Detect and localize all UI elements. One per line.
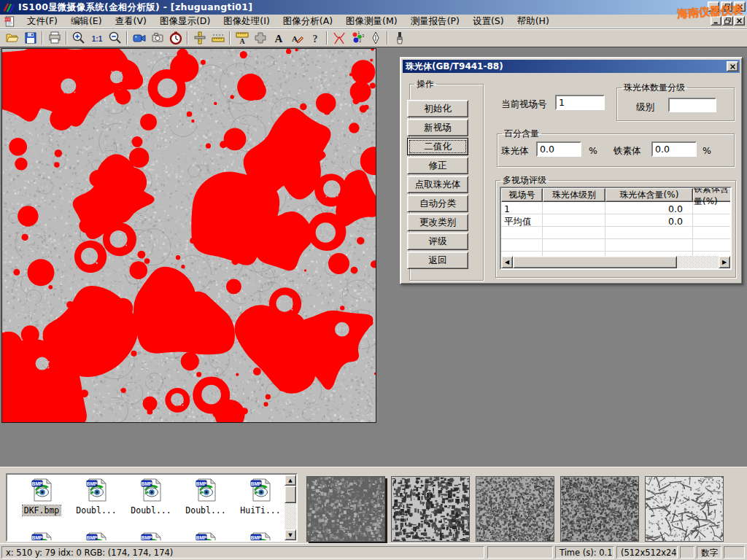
status-bar: x: 510 y: 79 idx: 0 RGB: (174, 174, 174)…: [0, 543, 747, 560]
file-name[interactable]: Doubl...: [184, 505, 227, 516]
file-item[interactable]: BMPDoubl...: [179, 478, 233, 516]
new-field-button[interactable]: 新视场: [407, 119, 468, 136]
file-item-partial[interactable]: BMP: [124, 532, 178, 542]
horizontal-scrollbar[interactable]: ◀ ▶: [501, 256, 730, 268]
col-header-ferrite[interactable]: 铁素体含量(%): [693, 188, 732, 202]
file-item[interactable]: BMPHuiTi...: [233, 478, 287, 516]
timer-button[interactable]: [166, 30, 185, 46]
scroll-left-button[interactable]: ◀: [501, 256, 513, 268]
file-list[interactable]: BMPDKF.bmpBMPDoubl...BMPDoubl...BMPDoubl…: [6, 473, 298, 542]
empty-status-panel: [487, 546, 553, 559]
file-item[interactable]: BMPDoubl...: [124, 478, 178, 516]
change-class-button[interactable]: 更改类别: [407, 214, 468, 231]
multifield-table[interactable]: 视场号 珠光体级别 珠光体含量(%) 铁素体含量(%) 1 0.0 平均值 0.…: [500, 187, 732, 270]
col-header-grade[interactable]: 珠光体级别: [543, 188, 605, 202]
svg-text:BMP: BMP: [251, 481, 262, 486]
menu-measure-report[interactable]: 测量报告(P): [404, 15, 466, 28]
measure-text-button[interactable]: A: [233, 30, 251, 46]
vertical-scrollbar[interactable]: ▲▼: [285, 475, 296, 540]
file-item-partial[interactable]: BMP: [69, 532, 123, 542]
thumbnail-3[interactable]: [476, 476, 554, 542]
restore-button[interactable]: [721, 1, 732, 12]
thumbnail-4[interactable]: [560, 476, 639, 542]
correct-button[interactable]: 修正: [407, 157, 468, 174]
save-icon: [23, 31, 38, 45]
zoom-in-button[interactable]: [69, 30, 88, 46]
menu-help[interactable]: 帮助(H): [511, 15, 556, 28]
metallograph-image[interactable]: [1, 48, 376, 423]
menu-settings[interactable]: 设置(S): [466, 15, 511, 28]
scrollbar-track[interactable]: [677, 256, 719, 268]
table-row-pearlite[interactable]: 0.0: [665, 203, 686, 214]
curve-tool-button[interactable]: [330, 30, 348, 46]
annotate-button[interactable]: A: [287, 30, 306, 46]
dialog-close-button[interactable]: [727, 61, 738, 71]
table-row-pearlite[interactable]: 0.0: [665, 216, 686, 227]
thumbnail-2[interactable]: [391, 476, 470, 542]
menu-edit[interactable]: 编辑(E): [64, 15, 109, 28]
auto-classify-button[interactable]: 自动分类: [407, 195, 468, 212]
file-item-partial[interactable]: BMP: [179, 532, 233, 542]
table-row-field[interactable]: 平均值: [501, 216, 535, 228]
return-button[interactable]: 返回: [407, 252, 468, 269]
scroll-down-button[interactable]: ▼: [285, 529, 296, 540]
text-button[interactable]: A: [269, 30, 287, 46]
ruler-button[interactable]: [209, 30, 227, 46]
table-row-field[interactable]: 1: [501, 203, 513, 214]
pattern-button[interactable]: [251, 30, 269, 46]
scroll-up-button[interactable]: ▲: [285, 475, 296, 486]
print-button[interactable]: [45, 30, 63, 46]
current-field-input[interactable]: [555, 95, 605, 110]
thumbnail-5[interactable]: [645, 476, 724, 542]
table-body: [501, 202, 730, 256]
scroll-right-button[interactable]: ▶: [719, 256, 730, 268]
close-button[interactable]: [734, 1, 746, 12]
file-name[interactable]: HuiTi...: [239, 505, 282, 516]
open-button[interactable]: [3, 30, 21, 46]
svg-text:?: ?: [312, 34, 317, 44]
pick-pearlite-button[interactable]: 点取珠光体: [407, 176, 468, 193]
scrollbar-thumb[interactable]: [513, 256, 677, 268]
minimize-button[interactable]: [708, 1, 719, 12]
col-header-pearlite[interactable]: 珠光体含量(%): [605, 188, 693, 202]
dialog-title-bar[interactable]: 珠光体(GB/T9441-88): [403, 60, 740, 73]
child-close-button[interactable]: [734, 16, 745, 26]
classify-tool-button[interactable]: 132: [348, 30, 366, 46]
file-item[interactable]: BMPDKF.bmp: [15, 478, 69, 516]
menu-image-display[interactable]: 图像显示(D): [153, 15, 217, 28]
file-item[interactable]: BMPDoubl...: [69, 478, 123, 516]
binarize-button[interactable]: 二值化: [407, 138, 468, 155]
menu-image-measure[interactable]: 图像测量(M): [339, 15, 404, 28]
caliper-button[interactable]: [190, 30, 209, 46]
brush-tool-button[interactable]: [390, 30, 409, 46]
initialize-button[interactable]: 初始化: [407, 100, 468, 117]
file-name[interactable]: Doubl...: [129, 505, 172, 516]
snapshot-button[interactable]: [148, 30, 166, 46]
file-name[interactable]: Doubl...: [74, 505, 117, 516]
col-header-field[interactable]: 视场号: [501, 188, 543, 202]
pearlite-percent-input[interactable]: [536, 141, 581, 157]
menu-image-processing[interactable]: 图像处理(I): [217, 15, 276, 28]
bmp-file-icon: BMP: [139, 478, 163, 502]
file-item-partial[interactable]: BMP: [233, 532, 287, 542]
thumbnail-1[interactable]: [306, 476, 385, 542]
curve-icon: [332, 31, 347, 45]
rate-button[interactable]: 评级: [407, 233, 468, 250]
video-capture-button[interactable]: [130, 30, 148, 46]
menu-image-analysis[interactable]: 图像分析(A): [276, 15, 339, 28]
file-name[interactable]: DKF.bmp: [23, 505, 61, 516]
child-restore-button[interactable]: [722, 16, 733, 26]
picker-tool-button[interactable]: [366, 30, 384, 46]
help-button[interactable]: ?: [306, 30, 324, 46]
document-icon: DOC: [3, 15, 16, 28]
scrollbar-thumb[interactable]: [285, 486, 296, 503]
ferrite-percent-input[interactable]: [651, 141, 697, 157]
level-input[interactable]: [668, 98, 716, 112]
actual-size-button[interactable]: 1:1: [88, 30, 106, 46]
menu-file[interactable]: 文件(F): [20, 15, 64, 28]
file-item-partial[interactable]: BMP: [15, 532, 69, 542]
menu-view[interactable]: 查看(V): [109, 15, 153, 28]
save-button[interactable]: [21, 30, 39, 46]
zoom-out-button[interactable]: [106, 30, 124, 46]
child-minimize-button[interactable]: [711, 16, 721, 26]
